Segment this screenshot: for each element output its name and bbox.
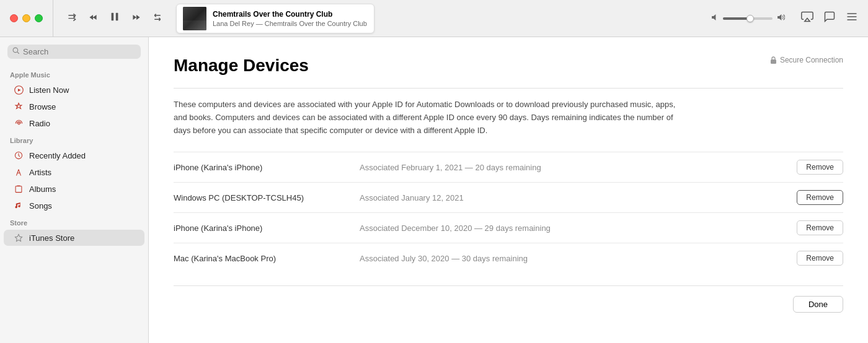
fastforward-button[interactable] xyxy=(130,11,143,26)
search-container xyxy=(0,45,148,66)
sidebar-item-itunes-store[interactable]: iTunes Store xyxy=(4,230,144,246)
device-status: Associated December 10, 2020 — 29 days r… xyxy=(360,224,797,233)
secure-connection-label: Secure Connection xyxy=(780,56,843,64)
done-button[interactable]: Done xyxy=(793,296,843,313)
done-container: Done xyxy=(174,285,843,313)
close-button[interactable] xyxy=(10,14,18,22)
main-layout: Apple Music Listen Now Browse xyxy=(0,37,868,343)
maximize-button[interactable] xyxy=(35,14,43,22)
title-bar-actions xyxy=(791,11,868,26)
volume-control xyxy=(704,13,791,24)
svg-rect-0 xyxy=(112,13,114,21)
track-title: Chemtrails Over the Country Club xyxy=(213,10,367,19)
itunes-store-icon xyxy=(14,233,24,243)
device-status: Associated January 12, 2021 xyxy=(360,193,797,202)
repeat-button[interactable] xyxy=(151,11,164,26)
device-name: Windows PC (DESKTOP-TCSLH45) xyxy=(174,193,360,202)
svg-line-7 xyxy=(17,52,19,54)
svg-point-10 xyxy=(18,123,20,124)
track-artist: Lana Del Rey — Chemtrails Over the Count… xyxy=(213,20,367,27)
remove-button-3[interactable]: Remove xyxy=(797,251,843,266)
browse-icon xyxy=(14,102,24,111)
traffic-lights xyxy=(0,14,53,22)
minimize-button[interactable] xyxy=(22,14,30,22)
albums-label: Albums xyxy=(29,185,56,194)
volume-high-icon xyxy=(776,13,785,24)
page-title: Manage Devices xyxy=(174,56,843,76)
listen-now-icon xyxy=(14,85,24,95)
apple-music-section-label: Apple Music xyxy=(0,66,148,81)
airplay-button[interactable] xyxy=(801,11,813,26)
sidebar-item-recently-added[interactable]: Recently Added xyxy=(4,147,144,163)
description-text: These computers and devices are associat… xyxy=(174,98,682,137)
artists-label: Artists xyxy=(29,168,51,177)
recently-added-label: Recently Added xyxy=(29,151,86,160)
svg-marker-17 xyxy=(15,234,22,241)
library-section-label: Library xyxy=(0,132,148,147)
svg-marker-9 xyxy=(18,89,21,92)
shuffle-button[interactable] xyxy=(66,11,78,26)
songs-label: Songs xyxy=(29,201,52,211)
rewind-button[interactable] xyxy=(87,11,99,26)
recently-added-icon xyxy=(14,150,24,160)
pause-button[interactable] xyxy=(108,10,122,27)
radio-icon xyxy=(14,118,24,128)
svg-rect-18 xyxy=(771,59,776,64)
device-status: Associated July 30, 2020 — 30 days remai… xyxy=(360,254,797,263)
sidebar-item-listen-now[interactable]: Listen Now xyxy=(4,82,144,98)
volume-low-icon xyxy=(711,13,719,24)
sidebar-item-browse[interactable]: Browse xyxy=(4,98,144,115)
sidebar-item-songs[interactable]: Songs xyxy=(4,198,144,214)
store-section-label: Store xyxy=(0,214,148,229)
search-box[interactable] xyxy=(7,45,141,59)
device-status: Associated February 1, 2021 — 20 days re… xyxy=(360,163,797,172)
now-playing: Chemtrails Over the Country Club Lana De… xyxy=(176,4,374,33)
device-name: Mac (Karina's MacBook Pro) xyxy=(174,254,360,263)
volume-thumb[interactable] xyxy=(746,15,754,22)
device-row: Windows PC (DESKTOP-TCSLH45) Associated … xyxy=(174,182,843,212)
title-bar: Chemtrails Over the Country Club Lana De… xyxy=(0,0,868,37)
itunes-store-label: iTunes Store xyxy=(29,233,74,243)
device-row: iPhone (Karina's iPhone) Associated Dece… xyxy=(174,212,843,243)
search-input[interactable] xyxy=(23,47,136,56)
artists-icon xyxy=(14,167,24,177)
device-row: Mac (Karina's MacBook Pro) Associated Ju… xyxy=(174,243,843,273)
remove-button-1[interactable]: Remove xyxy=(797,190,843,205)
device-row: iPhone (Karina's iPhone) Associated Febr… xyxy=(174,152,843,182)
player-controls xyxy=(53,10,176,27)
track-info: Chemtrails Over the Country Club Lana De… xyxy=(213,10,367,27)
secure-connection: Secure Connection xyxy=(770,56,843,64)
lyrics-button[interactable] xyxy=(823,11,836,26)
title-divider xyxy=(174,88,843,89)
svg-line-13 xyxy=(19,170,21,176)
sidebar: Apple Music Listen Now Browse xyxy=(0,37,149,343)
remove-button-0[interactable]: Remove xyxy=(797,160,843,175)
radio-label: Radio xyxy=(29,119,50,128)
album-art xyxy=(183,7,206,30)
browse-label: Browse xyxy=(29,102,56,111)
sidebar-item-radio[interactable]: Radio xyxy=(4,115,144,131)
svg-marker-2 xyxy=(805,19,810,22)
volume-slider[interactable] xyxy=(723,17,773,20)
svg-line-12 xyxy=(17,170,19,176)
sidebar-item-albums[interactable]: Albums xyxy=(4,181,144,197)
svg-rect-1 xyxy=(116,13,118,21)
listen-now-label: Listen Now xyxy=(29,85,69,95)
songs-icon xyxy=(14,201,24,211)
device-name: iPhone (Karina's iPhone) xyxy=(174,224,360,233)
device-name: iPhone (Karina's iPhone) xyxy=(174,163,360,172)
svg-rect-15 xyxy=(16,186,22,193)
content-area: Secure Connection Manage Devices These c… xyxy=(149,37,868,343)
queue-button[interactable] xyxy=(846,11,858,26)
svg-rect-16 xyxy=(17,185,20,186)
remove-button-2[interactable]: Remove xyxy=(797,220,843,235)
devices-table: iPhone (Karina's iPhone) Associated Febr… xyxy=(174,152,843,273)
search-icon xyxy=(12,47,20,56)
albums-icon xyxy=(14,184,24,194)
sidebar-item-artists[interactable]: Artists xyxy=(4,164,144,180)
